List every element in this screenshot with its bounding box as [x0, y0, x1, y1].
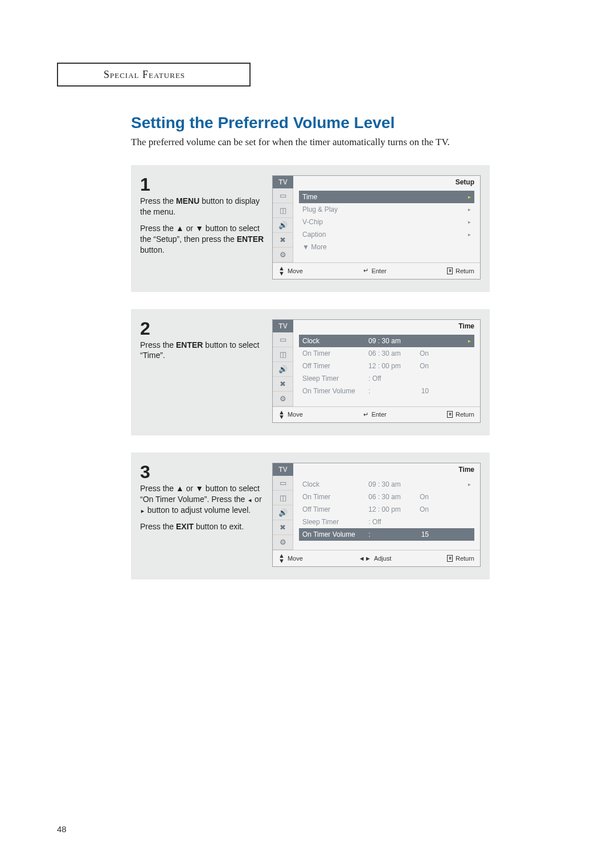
footer-move: ▲▼Move [278, 266, 303, 276]
picture-icon: ▭ [273, 476, 293, 491]
menu-item-ontimervol[interactable]: On Timer Volume:10 [299, 385, 474, 397]
menu-item-caption[interactable]: Caption▸ [299, 228, 474, 241]
menu-item-ontimervol[interactable]: On Timer Volume:15 [299, 528, 474, 541]
step-1-line2: Press the ▲ or ▼ button to select the “S… [140, 223, 265, 256]
caret-icon: ▸ [454, 482, 471, 487]
step-1-line1: Press the MENU button to display the men… [140, 196, 265, 217]
return-icon: III [447, 268, 453, 274]
main-column: Setting the Preferred Volume Level The p… [131, 114, 564, 579]
menu-item-clock[interactable]: Clock09 : 30 am▸ [299, 335, 474, 347]
menu-item-time[interactable]: Time▸ [299, 191, 474, 203]
osd-time-menu-adjust: TV Time ▭ ◫ 🔊 ✖ ⚙ Clock09 : 30 am▸ On Ti… [272, 463, 481, 567]
step-3-text: 3 Press the ▲ or ▼ button to select “On … [140, 463, 265, 538]
section-header-text: Special Features [104, 69, 185, 80]
return-icon: III [447, 411, 453, 418]
sound-icon: 🔊 [273, 505, 293, 520]
footer-return: IIIReturn [447, 553, 474, 563]
menu-item-ontimer[interactable]: On Timer06 : 30 amOn [299, 491, 474, 503]
osd-footer: ▲▼Move ◄►Adjust IIIReturn [273, 550, 480, 566]
menu-item-more[interactable]: ▼ More [299, 241, 474, 253]
osd-title: Time [293, 320, 480, 332]
up-icon: ▲ [176, 484, 184, 493]
leftright-icon: ◄► [359, 555, 371, 562]
caret-icon: ▸ [468, 194, 471, 200]
footer-adjust: ◄►Adjust [359, 553, 391, 563]
footer-move: ▲▼Move [278, 410, 303, 420]
footer-move: ▲▼Move [278, 553, 303, 563]
menu-item-sleeptimer[interactable]: Sleep Timer: Off [299, 516, 474, 528]
osd-icon-column: ▭ ◫ 🔊 ✖ ⚙ [273, 332, 293, 406]
setup-icon: ⚙ [273, 248, 293, 262]
osd-icon-column: ▭ ◫ 🔊 ✖ ⚙ [273, 476, 293, 550]
menu-item-offtimer[interactable]: Off Timer12 : 00 pmOn [299, 503, 474, 516]
updown-icon: ▲▼ [278, 410, 285, 420]
osd-time-menu: TV Time ▭ ◫ 🔊 ✖ ⚙ Clock09 : 30 am▸ On Ti… [272, 319, 481, 423]
updown-icon: ▲▼ [278, 266, 285, 276]
up-icon: ▲ [176, 224, 184, 233]
channel-icon: ✖ [273, 233, 293, 248]
step-3-line1: Press the ▲ or ▼ button to select “On Ti… [140, 483, 265, 516]
step-3-line2: Press the EXIT button to exit. [140, 521, 265, 532]
osd-footer: ▲▼Move ↵Enter IIIReturn [273, 262, 480, 279]
step-2-text: 2 Press the ENTER button to select “Time… [140, 319, 265, 367]
step-number: 3 [140, 463, 265, 481]
osd-setup-menu: TV Setup ▭ ◫ 🔊 ✖ ⚙ Time▸ Plug & Play▸ V-… [272, 175, 481, 279]
menu-item-clock[interactable]: Clock09 : 30 am▸ [299, 478, 474, 491]
sound-icon: 🔊 [273, 218, 293, 233]
input-icon: ◫ [273, 491, 293, 505]
picture-icon: ▭ [273, 188, 293, 203]
footer-return: IIIReturn [447, 266, 474, 276]
menu-item-offtimer[interactable]: Off Timer12 : 00 pmOn [299, 360, 474, 372]
menu-item-ontimer[interactable]: On Timer06 : 30 amOn [299, 347, 474, 360]
step-1-text: 1 Press the MENU button to display the m… [140, 175, 265, 261]
enter-icon: ↵ [363, 411, 368, 418]
osd-source-label: TV [273, 463, 293, 476]
page-number: 48 [57, 824, 67, 834]
caret-icon: ▸ [468, 207, 471, 212]
footer-return: IIIReturn [447, 410, 474, 420]
setup-icon: ⚙ [273, 392, 293, 406]
setup-icon: ⚙ [273, 535, 293, 550]
step-2: 2 Press the ENTER button to select “Time… [131, 309, 490, 436]
updown-icon: ▲▼ [278, 553, 285, 563]
footer-enter: ↵Enter [363, 410, 386, 420]
manual-page: Special Features Setting the Preferred V… [0, 0, 615, 631]
down-icon: ▼ [195, 224, 203, 233]
step-3: 3 Press the ▲ or ▼ button to select “On … [131, 452, 490, 579]
left-icon: ◄ [247, 497, 252, 503]
osd-title: Time [293, 463, 480, 476]
return-icon: III [447, 555, 453, 562]
osd-list: Time▸ Plug & Play▸ V-Chip▸ Caption▸ ▼ Mo… [293, 188, 480, 262]
caret-icon: ▸ [468, 232, 471, 237]
footer-enter: ↵Enter [363, 266, 386, 276]
section-header: Special Features [57, 63, 251, 87]
osd-title: Setup [293, 176, 480, 188]
osd-source-label: TV [273, 320, 293, 332]
input-icon: ◫ [273, 347, 293, 362]
right-icon: ► [140, 508, 145, 514]
step-1: 1 Press the MENU button to display the m… [131, 165, 490, 292]
step-number: 1 [140, 175, 265, 194]
channel-icon: ✖ [273, 377, 293, 392]
menu-item-plugplay[interactable]: Plug & Play▸ [299, 203, 474, 216]
step-2-line1: Press the ENTER button to select “Time”. [140, 340, 265, 361]
osd-list: Clock09 : 30 am▸ On Timer06 : 30 amOn Of… [293, 476, 480, 550]
osd-icon-column: ▭ ◫ 🔊 ✖ ⚙ [273, 188, 293, 262]
caret-icon: ▸ [454, 338, 471, 344]
intro-text: The preferred volume can be set for when… [131, 137, 564, 148]
menu-item-sleeptimer[interactable]: Sleep Timer: Off [299, 372, 474, 385]
page-title: Setting the Preferred Volume Level [131, 114, 564, 132]
osd-source-label: TV [273, 176, 293, 188]
caret-icon: ▸ [468, 219, 471, 225]
down-icon: ▼ [195, 484, 203, 493]
sound-icon: 🔊 [273, 362, 293, 377]
channel-icon: ✖ [273, 520, 293, 535]
osd-list: Clock09 : 30 am▸ On Timer06 : 30 amOn Of… [293, 332, 480, 406]
osd-footer: ▲▼Move ↵Enter IIIReturn [273, 406, 480, 423]
menu-item-vchip[interactable]: V-Chip▸ [299, 216, 474, 228]
input-icon: ◫ [273, 203, 293, 218]
picture-icon: ▭ [273, 332, 293, 347]
enter-icon: ↵ [363, 267, 368, 274]
step-number: 2 [140, 319, 265, 338]
